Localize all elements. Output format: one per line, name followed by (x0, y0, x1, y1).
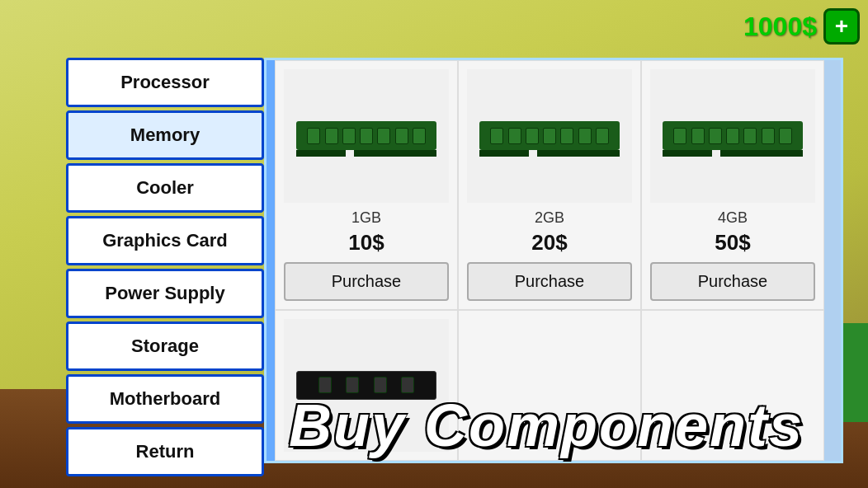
product-image-bottom-1 (284, 319, 449, 453)
product-image-2gb (467, 69, 632, 203)
ram-notch (296, 150, 436, 157)
product-cell-2gb: 2GB 20$ Purchase (458, 60, 641, 310)
ram-chip (307, 128, 320, 144)
sidebar-item-processor[interactable]: Processor (66, 58, 264, 107)
ram-chip (490, 128, 503, 144)
product-cell-1gb: 1GB 10$ Purchase (275, 60, 458, 310)
ram-chip (779, 128, 792, 144)
ram-chip (377, 128, 390, 144)
ram-image-2gb (479, 113, 620, 158)
ram-chip (578, 128, 592, 144)
ram-notch (479, 150, 620, 157)
ram-chip (743, 128, 757, 144)
ram-chip (374, 377, 387, 393)
sidebar-item-power-supply[interactable]: Power Supply (66, 269, 264, 318)
ram-chip (596, 128, 609, 144)
ram-chip (526, 128, 539, 144)
sidebar-item-motherboard[interactable]: Motherboard (66, 374, 264, 424)
ram-chip (395, 128, 408, 144)
add-currency-button[interactable]: + (823, 8, 860, 45)
ram-chip (508, 128, 521, 144)
ram-image-dark (296, 363, 436, 408)
ram-image-1gb (296, 113, 436, 158)
ram-chip (413, 128, 426, 144)
ram-chip (318, 377, 332, 393)
product-cell-bottom-2 (458, 310, 641, 462)
purchase-button-1gb[interactable]: Purchase (284, 262, 449, 301)
sidebar-item-graphics-card[interactable]: Graphics Card (66, 216, 264, 265)
ram-image-4gb (663, 113, 803, 158)
ram-chip (762, 128, 775, 144)
ram-chip (346, 377, 359, 393)
product-cell-4gb: 4GB 50$ Purchase (641, 60, 824, 310)
ram-chip (543, 128, 556, 144)
sidebar-item-storage[interactable]: Storage (66, 321, 264, 371)
currency-display: 1000$ (743, 12, 817, 42)
ram-chip (360, 128, 373, 144)
sidebar-item-memory[interactable]: Memory (66, 110, 264, 160)
purchase-button-2gb[interactable]: Purchase (467, 262, 632, 301)
sidebar-item-cooler[interactable]: Cooler (66, 163, 264, 213)
product-size-label-2gb: 2GB (535, 209, 564, 227)
main-panel: 1GB 10$ Purchase (264, 58, 843, 463)
sidebar-item-return[interactable]: Return (66, 427, 264, 476)
ram-chip (709, 128, 722, 144)
product-image-1gb (284, 69, 449, 203)
product-cell-bottom-1 (275, 310, 458, 462)
ram-notch (663, 150, 803, 157)
product-size-label-4gb: 4GB (718, 209, 748, 227)
product-price-2gb: 20$ (531, 230, 567, 256)
top-bar: 1000$ + (743, 8, 860, 45)
ram-chip (560, 128, 573, 144)
product-price-1gb: 10$ (348, 230, 384, 256)
sidebar: Processor Memory Cooler Graphics Card Po… (66, 58, 264, 476)
ram-chip (325, 128, 338, 144)
scrollbar-thumb[interactable] (827, 68, 838, 118)
ram-chip (342, 128, 356, 144)
product-cell-bottom-3 (641, 310, 824, 462)
product-price-4gb: 50$ (715, 230, 750, 256)
ram-chip (401, 377, 414, 393)
ram-chip (673, 128, 686, 144)
ram-chip (726, 128, 739, 144)
products-grid: 1GB 10$ Purchase (275, 60, 824, 461)
ram-chip (691, 128, 705, 144)
product-image-4gb (650, 69, 815, 203)
product-size-label-1gb: 1GB (351, 209, 381, 227)
purchase-button-4gb[interactable]: Purchase (650, 262, 815, 301)
